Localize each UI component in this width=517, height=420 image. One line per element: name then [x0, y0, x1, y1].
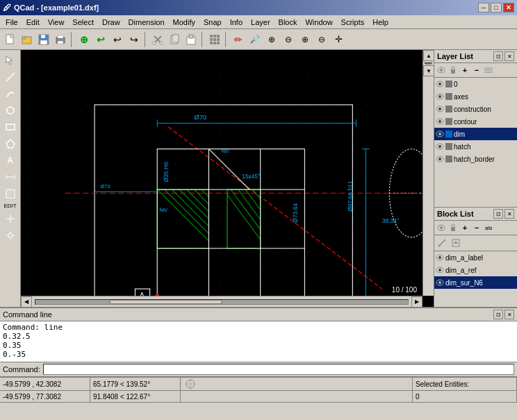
toolbar-paste[interactable]: [183, 32, 199, 47]
layer-item[interactable]: construction: [434, 103, 517, 115]
menu-dimension[interactable]: Dimension: [124, 17, 169, 28]
left-tool-circle[interactable]: [2, 103, 19, 118]
menu-layer[interactable]: Layer: [247, 17, 274, 28]
block-item-dim-sur[interactable]: dim_sur_N6: [434, 276, 517, 289]
block-panel-detach[interactable]: ⊡: [493, 209, 503, 219]
block-alb[interactable]: alb: [483, 222, 494, 233]
close-button[interactable]: ✕: [503, 3, 514, 12]
left-tool-polyline[interactable]: [2, 136, 19, 151]
left-tool-line[interactable]: [2, 69, 19, 85]
left-tool-edit-label: EDIT: [2, 203, 19, 210]
layer-list-header: Layer List ⊡ ✕: [434, 50, 517, 63]
toolbar-redo[interactable]: ↪: [126, 32, 142, 47]
svg-text:Ø70: Ø70: [194, 113, 206, 121]
left-tool-text[interactable]: A: [2, 153, 19, 168]
left-tool-move[interactable]: [2, 211, 19, 226]
layer-visible-toggle[interactable]: [436, 65, 447, 76]
layer-item[interactable]: 0: [434, 78, 517, 90]
layer-name: hatch_border: [454, 156, 516, 163]
vertical-scrollbar[interactable]: ▲ ▼: [422, 50, 434, 296]
command-line-2: 0.32.5: [3, 332, 514, 341]
block-name-dim-sur: dim_sur_N6: [445, 279, 516, 287]
toolbar-undo[interactable]: ↩: [110, 32, 125, 47]
layer-panel-close[interactable]: ✕: [504, 51, 514, 61]
block-item[interactable]: dim_a_label: [434, 251, 517, 264]
scroll-left-button[interactable]: ◀: [21, 296, 32, 308]
block-panel-close[interactable]: ✕: [504, 209, 514, 219]
minimize-button[interactable]: ─: [478, 3, 489, 12]
command-detach[interactable]: ⊡: [493, 310, 503, 319]
block-remove[interactable]: −: [471, 222, 482, 233]
block-item[interactable]: dim_a_ref: [434, 264, 517, 276]
menu-info[interactable]: Info: [226, 17, 247, 28]
toolbar-grid[interactable]: [207, 32, 222, 47]
scroll-down-button[interactable]: ▼: [423, 65, 434, 76]
left-tool-hatch[interactable]: [2, 186, 19, 201]
toolbar-save[interactable]: [36, 32, 51, 47]
toolbar-zoom-in[interactable]: ↩: [93, 32, 108, 47]
toolbar-new[interactable]: [3, 32, 18, 47]
layer-item[interactable]: hatch: [434, 140, 517, 153]
block-insert-button[interactable]: [450, 237, 462, 249]
scroll-right-button[interactable]: ▶: [411, 296, 422, 308]
scroll-v-thumb[interactable]: [425, 63, 432, 65]
menu-file[interactable]: File: [1, 17, 22, 28]
menu-view[interactable]: View: [44, 17, 69, 28]
toolbar-copy[interactable]: [167, 32, 182, 47]
left-tool-arc[interactable]: [2, 86, 19, 101]
layer-list-icon[interactable]: [483, 65, 494, 76]
menu-window[interactable]: Window: [301, 17, 336, 28]
layer-item-dim[interactable]: dim: [434, 128, 517, 140]
toolbar-zoom-in2[interactable]: ⊕: [264, 32, 279, 47]
block-edit-button[interactable]: [436, 237, 448, 249]
status-coords1: -49.5799 , 42.3082: [0, 378, 90, 390]
status-row-1: -49.5799 , 42.3082 65.1779 < 139.52° Sel…: [0, 378, 517, 391]
layer-item[interactable]: axes: [434, 90, 517, 103]
layer-lock-toggle[interactable]: [448, 65, 459, 76]
command-input-field[interactable]: [43, 364, 514, 375]
svg-text:Ø73.64: Ø73.64: [292, 203, 299, 223]
scroll-h-thumb[interactable]: [110, 300, 222, 304]
layer-color: [445, 118, 452, 125]
left-tool-select[interactable]: [2, 53, 19, 68]
left-tool-rect[interactable]: [2, 119, 19, 135]
canvas-area[interactable]: // Will be rendered as static dots patte…: [21, 50, 434, 307]
menu-snap[interactable]: Snap: [199, 17, 226, 28]
menu-select[interactable]: Select: [68, 17, 98, 28]
block-add[interactable]: +: [459, 222, 470, 233]
toolbar-cut[interactable]: [150, 32, 165, 47]
toolbar-zoom-ext[interactable]: ⊖: [314, 32, 329, 47]
menu-scripts[interactable]: Scripts: [337, 17, 369, 28]
toolbar-pan[interactable]: ✛: [331, 32, 346, 47]
menu-block[interactable]: Block: [274, 17, 302, 28]
toolbar-zoom-out[interactable]: ⊖: [281, 32, 296, 47]
layer-item[interactable]: contour: [434, 115, 517, 128]
maximize-button[interactable]: □: [491, 3, 502, 12]
left-tool-dimension[interactable]: [2, 169, 19, 185]
scroll-h-track[interactable]: [35, 299, 409, 305]
layer-panel-detach[interactable]: ⊡: [493, 51, 503, 61]
menu-edit[interactable]: Edit: [22, 17, 44, 28]
menu-help[interactable]: Help: [368, 17, 393, 28]
layer-add[interactable]: +: [459, 65, 470, 76]
toolbar-open[interactable]: [19, 32, 35, 47]
command-close[interactable]: ✕: [504, 310, 514, 319]
layer-item[interactable]: hatch_border: [434, 153, 517, 165]
menu-modify[interactable]: Modify: [169, 17, 199, 28]
layer-name-dim: dim: [454, 131, 516, 138]
svg-point-117: [440, 226, 443, 229]
scroll-up-button[interactable]: ▲: [423, 50, 434, 61]
left-tool-snap[interactable]: [2, 228, 19, 243]
toolbar-zoom-window[interactable]: 🔎: [247, 32, 263, 47]
block-visible-toggle[interactable]: [436, 222, 447, 233]
horizontal-scrollbar[interactable]: ◀ ▶: [21, 296, 422, 307]
layer-remove[interactable]: −: [471, 65, 482, 76]
status-entities-count: 0: [413, 391, 517, 402]
svg-rect-17: [210, 35, 213, 37]
toolbar-zoom-fit[interactable]: ⊕: [76, 32, 92, 47]
block-lock-toggle[interactable]: [448, 222, 459, 233]
toolbar-zoom-prev[interactable]: ⊕: [297, 32, 313, 47]
toolbar-print[interactable]: [53, 32, 68, 47]
menu-draw[interactable]: Draw: [98, 17, 124, 28]
toolbar-draw-pen[interactable]: ✏: [231, 32, 246, 47]
